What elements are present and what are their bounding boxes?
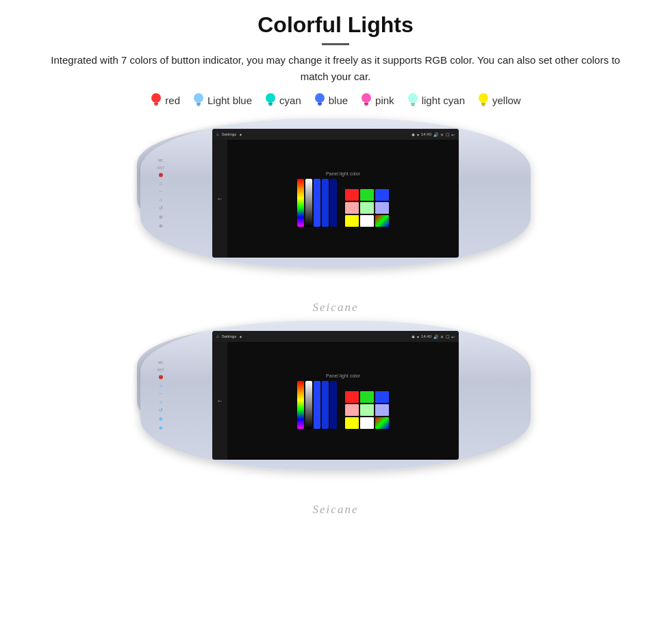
svg-point-3 — [194, 93, 203, 103]
description-text: Integrated with 7 colors of button indic… — [41, 52, 630, 85]
svg-rect-14 — [365, 105, 368, 106]
svg-rect-16 — [411, 103, 415, 105]
bulb-icon-cyan — [264, 92, 277, 108]
svg-point-18 — [479, 93, 488, 103]
bulb-icon-red — [150, 92, 162, 108]
svg-rect-5 — [197, 105, 200, 106]
svg-point-15 — [408, 93, 418, 103]
page-title: Colorful Lights — [0, 0, 671, 38]
svg-rect-4 — [197, 103, 201, 105]
color-label-lightblue: Light blue — [207, 95, 252, 106]
color-item-cyan: cyan — [264, 92, 301, 108]
top-unit-section: MC RST ⌂ ← ⌂ ↺ ⊕ MC RST ⌂ ← ⌂ ↺ ⊕ — [14, 115, 657, 317]
color-item-lightcyan: light cyan — [407, 92, 465, 108]
svg-rect-7 — [268, 103, 273, 105]
svg-rect-10 — [318, 103, 322, 105]
color-label-lightcyan: light cyan — [422, 95, 465, 106]
color-label-blue: blue — [329, 95, 348, 106]
color-item-blue: blue — [314, 92, 348, 108]
color-label-yellow: yellow — [492, 95, 521, 106]
bulb-icon-yellow — [477, 92, 490, 108]
svg-rect-17 — [412, 105, 414, 106]
car-unit-front-bottom: MC RST ⌂ ← ⌂ ↺ ⊕ ⊕ ⌂ Settings ✦ — [140, 321, 531, 470]
svg-rect-2 — [155, 105, 157, 106]
seicane-logo-top: Seicane — [313, 301, 359, 314]
svg-rect-20 — [482, 105, 485, 106]
color-label-pink: pink — [375, 95, 394, 106]
bulb-icon-blue — [314, 92, 326, 108]
title-divider — [322, 43, 349, 45]
svg-rect-8 — [269, 105, 272, 106]
car-unit-front-top: MC RST ⌂ ← ⌂ ↺ ⊕ ⊕ ⌂ Settings ✦ — [140, 119, 531, 268]
svg-point-12 — [362, 93, 371, 103]
bulb-icon-lightblue — [192, 92, 205, 108]
svg-point-6 — [266, 93, 275, 103]
color-label-red: red — [165, 95, 180, 106]
svg-point-9 — [315, 93, 325, 103]
color-item-red: red — [150, 92, 180, 108]
color-item-pink: pink — [360, 92, 394, 108]
svg-point-0 — [151, 93, 161, 103]
svg-rect-11 — [318, 105, 321, 106]
bulb-icon-lightcyan — [407, 92, 419, 108]
seicane-logo-bottom: Seicane — [313, 503, 359, 517]
bottom-unit-section: MC RST ⌂ ← ⌂ ↺ ⊕ MC RST ⌂ ← ⌂ ↺ ⊕ — [14, 317, 657, 519]
color-item-yellow: yellow — [477, 92, 521, 108]
color-item-lightblue: Light blue — [192, 92, 252, 108]
screen2-label: Panel light color — [326, 373, 360, 378]
svg-rect-19 — [481, 103, 485, 105]
color-indicator-row: red Light blue cyan blue — [0, 92, 671, 108]
svg-rect-13 — [364, 103, 368, 105]
screen1-label: Panel light color — [326, 171, 360, 176]
color-label-cyan: cyan — [279, 95, 301, 106]
bulb-icon-pink — [360, 92, 372, 108]
svg-rect-1 — [154, 103, 158, 105]
